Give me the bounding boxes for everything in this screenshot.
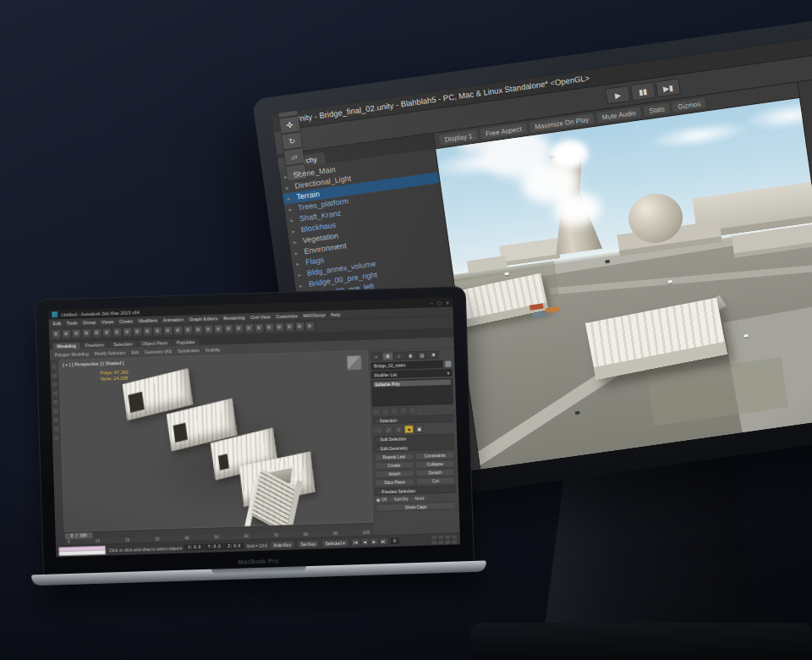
auto-key-button[interactable]: Auto Key <box>271 541 295 548</box>
preview-selection-rollout[interactable]: Preview Selection <box>376 486 456 495</box>
maximize-viewport-toggle-icon[interactable] <box>444 540 451 545</box>
modifier-list-dropdown[interactable]: Modifier List▾ <box>371 369 452 378</box>
material-editor-icon[interactable] <box>285 322 294 332</box>
steering-wheels-icon[interactable] <box>52 382 58 388</box>
menu-item[interactable]: Edit <box>53 321 62 326</box>
edit-geometry-button[interactable]: Attach <box>375 470 414 478</box>
utilities-tab-icon[interactable]: ✱ <box>428 350 439 359</box>
field-of-view-icon[interactable] <box>451 539 458 544</box>
menu-item[interactable]: Modifiers <box>139 318 157 324</box>
object-color-swatch[interactable] <box>444 360 452 368</box>
pause-button[interactable]: ▮▮ <box>630 82 656 102</box>
viewcube-icon[interactable] <box>347 355 362 371</box>
menu-item[interactable]: Civil View <box>250 314 271 320</box>
reference-coordinate-system-icon[interactable] <box>173 326 183 335</box>
menu-item[interactable]: Views <box>102 319 114 324</box>
edit-geometry-button[interactable]: Cut <box>415 477 455 486</box>
pin-stack-icon[interactable] <box>373 408 381 415</box>
ribbon-group[interactable]: Geometry (All) <box>145 349 172 355</box>
zoom-view-icon[interactable] <box>52 408 58 414</box>
menu-item[interactable]: Rendering <box>223 315 245 321</box>
ribbon-group[interactable]: Modify Selection <box>95 350 126 356</box>
make-unique-icon[interactable] <box>391 408 399 415</box>
render-setup-icon[interactable] <box>295 322 304 332</box>
gizmos-dropdown[interactable]: Gizmos <box>672 97 706 112</box>
viewport-config-icon[interactable] <box>52 372 58 378</box>
hierarchy-tab-icon[interactable]: ⌂ <box>393 351 404 360</box>
layer-manager-icon[interactable] <box>255 323 264 333</box>
ribbon-group[interactable]: Visibility <box>206 347 221 352</box>
viewport-label[interactable]: [ + ] [ Perspective ] [ Shaded ] <box>63 360 123 367</box>
select-object-icon[interactable] <box>102 328 112 338</box>
modify-tab-icon[interactable]: ⚙ <box>382 352 393 360</box>
menu-item[interactable]: Help <box>331 312 340 317</box>
pan-view-icon[interactable] <box>52 399 58 405</box>
menu-item[interactable]: MAXScript <box>304 312 326 318</box>
curve-editor-icon[interactable] <box>265 323 274 333</box>
viewcube-toggle-icon[interactable] <box>52 390 58 396</box>
edit-geometry-button[interactable]: Create <box>375 461 414 470</box>
listener-script-row[interactable] <box>59 550 106 556</box>
key-filters-dropdown[interactable]: Selected ▾ <box>321 539 348 547</box>
preview-option-radio[interactable]: Multi <box>411 496 424 501</box>
angle-snap-toggle-icon[interactable] <box>214 325 223 334</box>
rectangular-selection-region-icon[interactable] <box>123 327 132 337</box>
show-end-result-icon[interactable] <box>381 408 390 415</box>
ribbon-group[interactable]: Edit <box>131 350 139 355</box>
perspective-viewport[interactable]: [ + ] [ Perspective ] [ Shaded ] Polys: … <box>59 350 373 532</box>
game-view-canvas[interactable] <box>436 98 812 470</box>
render-production-icon[interactable] <box>305 322 315 331</box>
zoom-region-icon[interactable] <box>451 534 458 539</box>
schematic-view-icon[interactable] <box>275 322 284 332</box>
orbit-view-icon[interactable] <box>53 417 59 423</box>
display-tab-icon[interactable]: ▤ <box>416 351 427 360</box>
border-subobject-icon[interactable]: ○ <box>394 426 403 433</box>
time-slider-handle[interactable]: 0 / 100 <box>65 533 92 540</box>
bind-to-space-warp-icon[interactable] <box>92 328 102 338</box>
selection-rollout[interactable]: Selection <box>373 415 453 424</box>
redo-icon[interactable] <box>62 329 71 338</box>
menu-item[interactable]: Tools <box>67 321 78 326</box>
play-button[interactable]: ▶ <box>605 85 630 105</box>
ribbon-group[interactable]: Subdivision <box>178 348 200 353</box>
window-crossing-icon[interactable] <box>133 327 142 337</box>
edit-geometry-rollout[interactable]: Edit Geometry <box>374 443 454 452</box>
menu-item[interactable]: Animation <box>163 317 184 323</box>
coordinate-field[interactable]: Y:0.0 <box>205 543 223 550</box>
use-pivot-point-center-icon[interactable] <box>184 326 193 335</box>
zoom-icon[interactable] <box>431 535 437 540</box>
soft-selection-rollout[interactable]: Soft Selection <box>374 434 454 443</box>
preview-option-radio[interactable]: SubObj <box>390 497 408 502</box>
stats-toggle[interactable]: Stats <box>644 102 671 116</box>
zoom-extents-icon[interactable] <box>444 535 451 540</box>
modifier-stack-entry[interactable]: Editable Poly <box>373 379 451 387</box>
element-subobject-icon[interactable]: ▣ <box>414 425 424 432</box>
maxscript-mini-listener[interactable] <box>58 546 106 557</box>
edit-geometry-button[interactable]: Detach <box>415 469 455 477</box>
go-to-end-button[interactable]: ▶| <box>379 537 387 545</box>
vertex-subobject-icon[interactable]: · <box>374 426 383 434</box>
percent-snap-toggle-icon[interactable] <box>224 324 233 333</box>
pan-icon[interactable] <box>431 540 437 545</box>
edit-geometry-button[interactable]: Repeat Last <box>374 453 414 461</box>
orbit-icon[interactable] <box>437 540 444 545</box>
viewport-shading-icon[interactable] <box>53 435 59 441</box>
polygon-subobject-icon[interactable]: ■ <box>404 426 414 433</box>
object-name-field[interactable]: Bridge_02_stairs <box>371 360 443 370</box>
edit-geometry-button[interactable]: Constraints <box>414 452 454 460</box>
mirror-icon[interactable] <box>234 324 244 333</box>
select-and-move-icon[interactable] <box>143 327 152 336</box>
undo-icon[interactable] <box>52 330 61 339</box>
select-link-icon[interactable] <box>72 329 81 338</box>
current-frame-field[interactable]: 0 <box>391 538 399 544</box>
create-tab-icon[interactable]: + <box>370 352 381 360</box>
restore-button[interactable]: ▢ <box>437 300 442 305</box>
preview-option-radio[interactable]: Off <box>376 498 387 503</box>
viewport-layout-tab-icon[interactable] <box>52 364 58 370</box>
menu-item[interactable]: Create <box>119 318 134 324</box>
set-key-button[interactable]: Set Key <box>297 540 319 547</box>
menu-item[interactable]: Group <box>83 320 96 325</box>
select-and-rotate-icon[interactable] <box>153 327 162 336</box>
remove-modifier-icon[interactable] <box>399 407 408 415</box>
ribbon-group[interactable]: Polygon Modeling <box>55 351 89 357</box>
